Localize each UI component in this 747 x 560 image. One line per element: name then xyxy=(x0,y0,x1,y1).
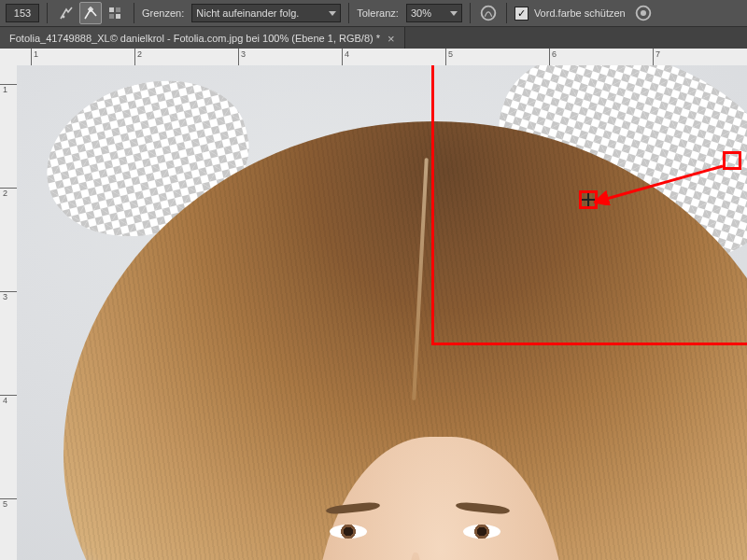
document-tab[interactable]: Fotolia_41749888_XL© danielkrol - Fotoli… xyxy=(0,27,405,49)
svg-rect-6 xyxy=(109,14,114,19)
ruler-tick-label: 4 xyxy=(345,49,349,59)
ruler-tick-label: 1 xyxy=(34,49,38,59)
workspace: 1 2 3 4 5 6 7 1 2 3 4 5 xyxy=(0,49,747,560)
annotation-sample-source-marker xyxy=(723,151,741,170)
close-icon[interactable]: × xyxy=(388,33,395,45)
svg-point-0 xyxy=(63,16,65,19)
brush-size-field[interactable]: 153 xyxy=(6,4,39,22)
ruler-tick-label: 4 xyxy=(3,396,7,405)
limits-value: Nicht aufeinander folg. xyxy=(196,7,299,19)
svg-point-10 xyxy=(641,10,646,16)
tolerance-value: 30% xyxy=(411,7,431,19)
tool-options-bar: 153 Grenzen: Nicht aufeinander folg. Tol… xyxy=(0,0,747,27)
ruler-tick-label: 2 xyxy=(137,49,142,59)
divider xyxy=(348,3,349,23)
chevron-down-icon xyxy=(450,11,458,16)
canvas[interactable] xyxy=(17,65,747,560)
ruler-tick-label: 5 xyxy=(448,49,453,59)
divider xyxy=(47,3,48,23)
checkbox-check-icon: ✓ xyxy=(514,7,529,21)
tolerance-label: Toleranz: xyxy=(357,7,399,19)
ruler-vertical[interactable]: 1 2 3 4 5 xyxy=(0,65,18,560)
ruler-origin[interactable] xyxy=(0,49,18,66)
ruler-tick-label: 6 xyxy=(552,49,557,59)
ruler-tick-label: 1 xyxy=(3,85,7,94)
divider xyxy=(470,3,471,23)
document-tab-title: Fotolia_41749888_XL© danielkrol - Fotoli… xyxy=(9,33,380,44)
ruler-horizontal[interactable]: 1 2 3 4 5 6 7 xyxy=(17,49,747,66)
divider xyxy=(134,3,134,23)
pen-pressure-icon[interactable] xyxy=(478,3,499,23)
svg-point-8 xyxy=(482,7,496,21)
svg-rect-5 xyxy=(116,7,120,12)
limits-dropdown[interactable]: Nicht aufeinander folg. xyxy=(191,4,341,22)
svg-rect-7 xyxy=(116,14,120,19)
divider xyxy=(506,3,507,23)
sampling-continuous-icon[interactable] xyxy=(55,2,78,24)
ruler-tick-label: 3 xyxy=(241,49,246,59)
sampling-swatch-icon[interactable] xyxy=(104,2,126,24)
pen-pressure-opacity-icon[interactable] xyxy=(633,3,654,23)
document-tab-bar: Fotolia_41749888_XL© danielkrol - Fotoli… xyxy=(0,27,747,50)
protect-foreground-checkbox[interactable]: ✓ Vord.farbe schützen xyxy=(514,7,626,21)
ruler-tick-label: 7 xyxy=(655,49,660,59)
ruler-tick-label: 5 xyxy=(3,499,7,509)
ruler-tick-label: 3 xyxy=(3,292,7,301)
limits-label: Grenzen: xyxy=(142,7,184,19)
sample-point-crosshair-icon xyxy=(583,194,594,205)
sampling-mode-group xyxy=(55,2,126,24)
tolerance-field[interactable]: 30% xyxy=(406,4,462,22)
chevron-down-icon xyxy=(329,11,336,16)
protect-foreground-label: Vord.farbe schützen xyxy=(534,7,626,19)
svg-rect-4 xyxy=(109,7,114,12)
sampling-once-icon[interactable] xyxy=(79,2,102,24)
ruler-tick-label: 2 xyxy=(3,189,7,198)
